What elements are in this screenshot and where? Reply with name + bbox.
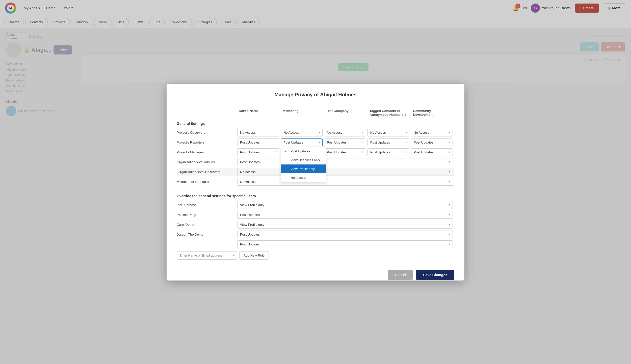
observers-col2-select[interactable]: No AccessPost UpdatesView Headlines only… bbox=[281, 129, 323, 136]
joseph-label: Joseph The Demo bbox=[177, 231, 237, 238]
override-carol: Carol Demo View Profile onlyPost Updates… bbox=[177, 221, 454, 229]
public-wrap: No AccessPost UpdatesView Headlines only… bbox=[237, 178, 454, 186]
org-admins-select[interactable]: Post UpdatesNo AccessView Headlines only… bbox=[237, 158, 454, 166]
carol-select[interactable]: View Profile onlyPost UpdatesView Headli… bbox=[237, 221, 453, 229]
managers-col3-select[interactable]: Post UpdatesNo AccessView Headlines only… bbox=[324, 148, 366, 156]
reporters-col5-select[interactable]: Post UpdatesNo AccessView Headlines only… bbox=[411, 138, 453, 146]
dropdown-post-updates[interactable]: ✓ Post Updates bbox=[281, 147, 326, 156]
observers-col5-wrap: No AccessPost UpdatesView Headlines only… bbox=[411, 129, 454, 136]
override-pauline: Pauline Petty Post UpdatesView Profile o… bbox=[177, 211, 454, 219]
managers-col1-select[interactable]: Post UpdatesNo AccessView Headlines only… bbox=[237, 148, 279, 156]
modal-divider-top bbox=[177, 105, 454, 105]
reporters-col5-wrap: Post UpdatesNo AccessView Headlines only… bbox=[411, 138, 454, 146]
col-test-company: Test Company bbox=[324, 108, 367, 118]
observers-row: Project's Observers No AccessPost Update… bbox=[177, 129, 454, 136]
override-empty: Post UpdatesView Profile onlyView Headli… bbox=[177, 240, 454, 248]
org-observers-wrap: No AccessPost UpdatesView Headlines only… bbox=[237, 168, 454, 176]
observers-col3-select[interactable]: No AccessPost UpdatesView Headlines only… bbox=[324, 129, 366, 136]
reporters-col2-dropdown: ✓ Post Updates View Headlines only View … bbox=[281, 147, 326, 182]
reporters-row: Project's Reporters Post UpdatesNo Acces… bbox=[177, 138, 454, 146]
reporters-col4-wrap: Post UpdatesNo AccessView Headlines only… bbox=[367, 138, 411, 146]
reporters-col1-wrap: Post UpdatesNo AccessView Headlines only… bbox=[237, 138, 281, 146]
reporters-col3-wrap: Post UpdatesNo AccessView Headlines only… bbox=[324, 138, 367, 146]
empty-select[interactable]: Post UpdatesView Profile onlyView Headli… bbox=[237, 240, 453, 248]
joseph-wrap: Post UpdatesView Profile onlyView Headli… bbox=[237, 231, 454, 238]
pauline-label: Pauline Petty bbox=[177, 211, 237, 218]
dropdown-view-profile[interactable]: View Profile only bbox=[281, 164, 326, 173]
managers-col5-wrap: Post UpdatesNo AccessView Headlines only… bbox=[411, 148, 454, 156]
reporters-col4-select[interactable]: Post UpdatesNo AccessView Headlines only… bbox=[367, 138, 409, 146]
privacy-modal: Manage Privacy of Abigail Holmes Mixed N… bbox=[167, 84, 464, 281]
managers-col4-wrap: Post UpdatesNo AccessView Headlines only… bbox=[367, 148, 411, 156]
override-divider bbox=[177, 189, 454, 189]
table-header: Mixed Netball Mentoring Test Company Tag… bbox=[177, 108, 454, 118]
pauline-wrap: Post UpdatesView Profile onlyView Headli… bbox=[237, 211, 454, 219]
observers-col3-wrap: No AccessPost UpdatesView Headlines only… bbox=[324, 129, 367, 136]
col-mixed-netball: Mixed Netball bbox=[237, 108, 281, 118]
empty-label bbox=[177, 243, 237, 246]
reporters-col3-select[interactable]: Post UpdatesNo AccessView Headlines only… bbox=[324, 138, 366, 146]
col-mentoring: Mentoring bbox=[281, 108, 324, 118]
managers-col3-wrap: Post UpdatesNo AccessView Headlines only… bbox=[324, 148, 367, 156]
observers-col4-select[interactable]: No AccessPost UpdatesView Headlines only… bbox=[367, 129, 409, 136]
save-changes-button[interactable]: Save Changes bbox=[416, 270, 454, 280]
joseph-select[interactable]: Post UpdatesView Profile onlyView Headli… bbox=[237, 231, 453, 238]
public-select[interactable]: No AccessPost UpdatesView Headlines only… bbox=[237, 178, 454, 186]
observers-col4-wrap: No AccessPost UpdatesView Headlines only… bbox=[367, 129, 411, 136]
org-admins-label: Organisation-level Admins bbox=[177, 159, 237, 165]
reporters-col2-select[interactable]: Post UpdatesNo AccessView Headlines only… bbox=[281, 138, 323, 146]
reporters-col1-select[interactable]: Post UpdatesNo AccessView Headlines only… bbox=[237, 138, 279, 146]
ines-wrap: View Profile onlyPost UpdatesView Headli… bbox=[237, 201, 454, 209]
carol-wrap: View Profile onlyPost UpdatesView Headli… bbox=[237, 221, 454, 229]
col-community: Community Development bbox=[411, 108, 454, 118]
add-role-button[interactable]: Add New Role bbox=[239, 251, 269, 260]
input-arrow-icon[interactable]: ▼ bbox=[232, 254, 235, 257]
observers-col2-wrap: No AccessPost UpdatesView Headlines only… bbox=[281, 129, 324, 136]
general-settings-title: General Settings bbox=[177, 122, 454, 126]
dropdown-view-headlines[interactable]: View Headlines only bbox=[281, 156, 326, 164]
observers-col5-select[interactable]: No AccessPost UpdatesView Headlines only… bbox=[411, 129, 453, 136]
observers-col1-wrap: No AccessPost UpdatesView Headlines only… bbox=[237, 129, 281, 136]
override-joseph: Joseph The Demo Post UpdatesView Profile… bbox=[177, 231, 454, 238]
managers-col5-select[interactable]: Post UpdatesNo AccessView Headlines only… bbox=[411, 148, 453, 156]
col-tagged-contacts: Tagged Contacts or Anonymous Numbers 2 bbox=[367, 108, 411, 118]
override-title: Override the general settings for specif… bbox=[177, 194, 454, 198]
ines-select[interactable]: View Profile onlyPost UpdatesView Headli… bbox=[237, 201, 453, 209]
check-empty2 bbox=[285, 167, 288, 171]
public-label: Members of the public bbox=[177, 178, 237, 185]
cancel-button[interactable]: Cancel bbox=[388, 270, 413, 280]
modal-footer: Cancel Save Changes bbox=[177, 266, 454, 280]
reporters-label: Project's Reporters bbox=[177, 139, 237, 146]
observers-col1-select[interactable]: No AccessPost UpdatesView Headlines only… bbox=[237, 129, 279, 136]
check-icon: ✓ bbox=[285, 149, 288, 153]
org-admins-wrap: Post UpdatesNo AccessView Headlines only… bbox=[237, 158, 454, 166]
managers-col1-wrap: Post UpdatesNo AccessView Headlines only… bbox=[237, 148, 281, 156]
pauline-select[interactable]: Post UpdatesView Profile onlyView Headli… bbox=[237, 211, 453, 219]
add-role-row: ▼ Add New Role bbox=[177, 251, 454, 260]
name-email-input[interactable] bbox=[177, 251, 237, 260]
observers-label: Project's Observers bbox=[177, 129, 237, 136]
reporters-col2-wrap: Post UpdatesNo AccessView Headlines only… bbox=[281, 138, 324, 146]
check-empty bbox=[285, 158, 288, 162]
empty-wrap: Post UpdatesView Profile onlyView Headli… bbox=[237, 240, 454, 248]
managers-col4-select[interactable]: Post UpdatesNo AccessView Headlines only… bbox=[367, 148, 409, 156]
name-input-wrap: ▼ bbox=[177, 251, 237, 260]
org-observers-label: Organisation-level Observers bbox=[177, 168, 237, 176]
override-ines: InêS Barbosa View Profile onlyPost Updat… bbox=[177, 201, 454, 209]
managers-label: Project's Managers bbox=[177, 149, 237, 156]
dropdown-no-access[interactable]: No Access bbox=[281, 173, 326, 182]
org-observers-select[interactable]: No AccessPost UpdatesView Headlines only… bbox=[237, 168, 454, 176]
check-empty3 bbox=[285, 176, 288, 180]
carol-label: Carol Demo bbox=[177, 221, 237, 228]
modal-title: Manage Privacy of Abigail Holmes bbox=[177, 92, 454, 98]
ines-label: InêS Barbosa bbox=[177, 202, 237, 208]
